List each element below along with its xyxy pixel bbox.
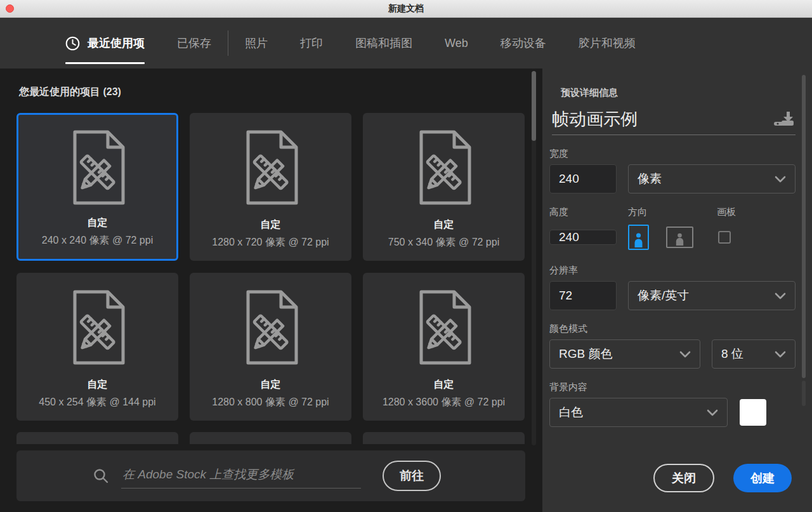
preset-card-subtitle: 450 x 254 像素 @ 144 ppi [39,396,155,409]
preset-card-750x340[interactable]: 自定 750 x 340 像素 @ 72 ppi [363,113,525,261]
preset-card-subtitle: 1280 x 720 像素 @ 72 ppi [212,236,329,249]
resolution-unit-dropdown[interactable]: 像素/英寸 [628,281,796,310]
color-mode-value: RGB 颜色 [559,346,674,362]
artboard-label: 画板 [717,206,736,218]
preset-cards-grid: 自定 240 x 240 像素 @ 72 ppi 自定 1280 x 720 像… [16,113,525,421]
preset-card-partial[interactable] [363,432,525,444]
background-dropdown[interactable]: 白色 [549,398,728,427]
document-preset-icon [238,273,304,378]
preset-card-1280x800[interactable]: 自定 1280 x 800 像素 @ 72 ppi [190,273,351,421]
preset-card-1280x720[interactable]: 自定 1280 x 720 像素 @ 72 ppi [190,113,351,261]
recent-presets-area: 您最近使用的项目 (23) 自定 240 x 240 像素 @ 72 ppi [0,69,542,512]
tab-recent[interactable]: 最近使用项 [65,18,145,69]
preset-card-partial[interactable] [16,432,178,444]
tab-label: 移动设备 [501,36,546,51]
preset-card-title: 自定 [261,218,281,232]
height-orientation-artboard-labels: 高度 方向 画板 [549,206,796,218]
tab-print[interactable]: 打印 [300,18,323,69]
tab-divider [228,30,228,56]
preset-card-240x240[interactable]: 自定 240 x 240 像素 @ 72 ppi [16,113,178,261]
chevron-down-icon [679,351,691,358]
resolution-input[interactable] [549,281,617,310]
resolution-unit-value: 像素/英寸 [638,287,769,304]
background-label: 背景内容 [549,381,796,393]
preset-card-title: 自定 [261,378,281,391]
tab-label: 胶片和视频 [579,36,636,51]
orientation-portrait-button[interactable] [628,225,649,250]
left-scrollbar-track[interactable] [532,71,536,445]
resolution-row: 像素/英寸 [549,281,796,310]
tab-web[interactable]: Web [445,18,468,69]
color-mode-dropdown[interactable]: RGB 颜色 [549,339,700,369]
save-preset-icon[interactable] [774,111,796,128]
width-unit-value: 像素 [638,171,769,187]
background-value: 白色 [559,404,702,421]
preset-card-subtitle: 1280 x 3600 像素 @ 72 ppi [383,396,505,409]
width-input[interactable] [549,164,617,194]
bit-depth-dropdown[interactable]: 8 位 [712,339,796,369]
tab-label: 照片 [245,36,268,51]
color-mode-label: 颜色模式 [549,323,796,334]
width-unit-dropdown[interactable]: 像素 [628,164,796,194]
dialog-action-buttons: 关闭 创建 [653,464,792,492]
background-color-swatch[interactable] [740,399,766,426]
chevron-down-icon [775,292,786,299]
resolution-label: 分辨率 [549,265,796,276]
preset-category-tabbar: 最近使用项 已保存 照片 打印 图稿和插图 Web 移动设备 胶片和视频 [0,18,812,69]
height-orientation-row [549,223,796,252]
preset-cards-partial-row [16,432,525,444]
tab-label: Web [445,37,468,50]
preset-card-subtitle: 240 x 240 像素 @ 72 ppi [42,234,153,247]
preset-card-title: 自定 [88,216,108,230]
orientation-label: 方向 [628,206,647,218]
preset-card-subtitle: 1280 x 800 像素 @ 72 ppi [212,396,329,409]
left-scrollbar-thumb[interactable] [532,71,536,141]
artboard-checkbox[interactable] [718,231,731,244]
tab-label: 最近使用项 [88,36,145,51]
document-preset-icon [238,113,304,218]
recent-heading: 您最近使用的项目 (23) [19,86,121,99]
chevron-down-icon [775,176,786,183]
tab-art-illustration[interactable]: 图稿和插图 [355,18,412,69]
stock-search-input[interactable] [121,464,361,489]
preset-card-partial[interactable] [190,432,351,444]
height-input[interactable] [549,230,617,245]
tab-photo[interactable]: 照片 [245,18,268,69]
preset-card-subtitle: 750 x 340 像素 @ 72 ppi [388,236,499,249]
height-label: 高度 [549,206,568,217]
preset-card-title: 自定 [434,378,454,391]
close-button[interactable]: 关闭 [653,464,714,492]
window-title: 新建文档 [388,3,424,15]
document-preset-icon [411,273,477,378]
stock-go-button[interactable]: 前往 [383,461,441,491]
window-close-button[interactable] [6,4,14,13]
bit-depth-value: 8 位 [721,346,769,362]
preset-card-1280x3600[interactable]: 自定 1280 x 3600 像素 @ 72 ppi [363,273,525,421]
preset-card-450x254[interactable]: 自定 450 x 254 像素 @ 144 ppi [16,273,178,421]
tab-mobile[interactable]: 移动设备 [501,18,546,69]
right-scrollbar-track[interactable] [802,381,806,406]
document-preset-icon [65,115,131,216]
chevron-down-icon [775,351,786,358]
preset-card-title: 自定 [88,378,108,391]
orientation-landscape-button[interactable] [666,226,693,248]
panel-heading: 预设详细信息 [561,87,796,99]
tab-film-video[interactable]: 胶片和视频 [579,18,636,69]
right-scrollbar-thumb[interactable] [802,75,806,378]
preset-card-title: 自定 [434,218,454,232]
background-row: 白色 [549,398,796,427]
search-icon [93,468,110,485]
color-mode-row: RGB 颜色 8 位 [549,339,796,369]
window-titlebar: 新建文档 [0,0,812,18]
tab-label: 已保存 [177,36,211,51]
chevron-down-icon [707,409,718,416]
document-title-row [552,109,796,135]
document-preset-icon [411,113,477,218]
width-row: 像素 [549,164,796,194]
tab-saved[interactable]: 已保存 [177,18,211,69]
adobe-stock-bar: 前往 [16,450,525,501]
tab-label: 打印 [300,36,323,51]
create-button[interactable]: 创建 [733,464,792,492]
document-title-input[interactable] [552,109,768,129]
clock-icon [65,36,80,51]
